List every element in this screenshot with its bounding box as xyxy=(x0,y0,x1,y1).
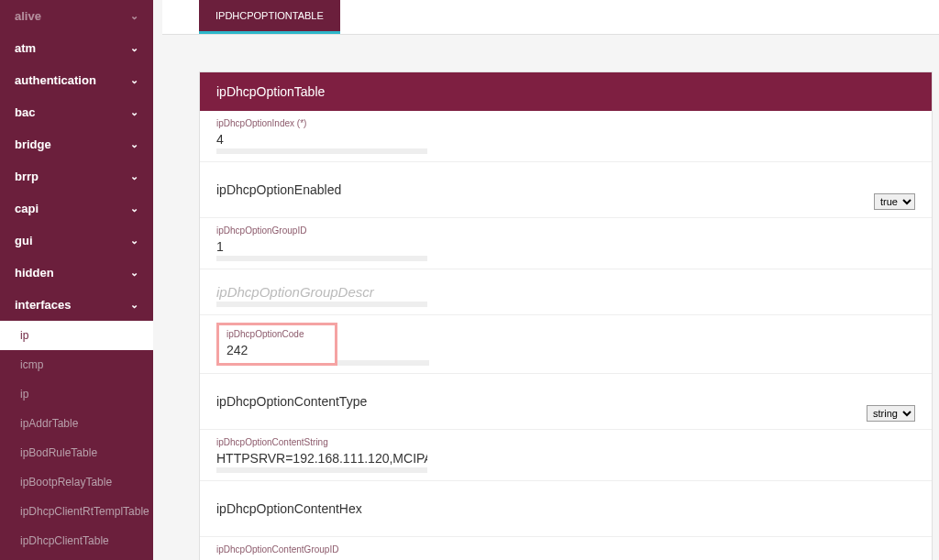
sidebar-subitem-ipdhcpclienttable[interactable]: ipDhcpClientTable xyxy=(0,526,153,555)
field-label: ipDhcpOptionGroupID xyxy=(216,225,427,236)
sidebar-item-gui[interactable]: gui ⌄ xyxy=(0,225,153,257)
row-optioncontentstring: ipDhcpOptionContentString xyxy=(200,430,932,481)
field-label: ipDhcpOptionContentGroupID xyxy=(216,544,427,555)
field-label: ipDhcpOptionEnabled xyxy=(216,170,341,210)
sidebar-item-label: hidden xyxy=(15,266,54,280)
field-label: ipDhcpOptionIndex (*) xyxy=(216,118,427,128)
sidebar-item-hidden[interactable]: hidden ⌄ xyxy=(0,257,153,289)
main-area: IPDHCPOPTIONTABLE ipDhcpOptionTable ipDh… xyxy=(153,0,939,560)
chevron-down-icon: ⌄ xyxy=(130,203,138,214)
row-optionenabled: ipDhcpOptionEnabled true xyxy=(200,162,932,218)
sidebar-item-label: atm xyxy=(15,41,36,55)
optioncontentgroupid-input[interactable] xyxy=(216,556,427,560)
sidebar-item-brrp[interactable]: brrp ⌄ xyxy=(0,160,153,192)
row-optiongroupid: ipDhcpOptionGroupID xyxy=(200,218,932,269)
row-optioncontenthex: ipDhcpOptionContentHex xyxy=(200,481,932,537)
sidebar-subitem-ipaddrtable[interactable]: ipAddrTable xyxy=(0,409,153,438)
sidebar-subitem-ipbodruletable[interactable]: ipBodRuleTable xyxy=(0,438,153,467)
sidebar-item-bac[interactable]: bac ⌄ xyxy=(0,96,153,128)
chevron-down-icon: ⌄ xyxy=(130,267,138,279)
chevron-down-icon: ⌄ xyxy=(130,74,138,86)
chevron-down-icon: ⌄ xyxy=(130,299,138,311)
sidebar-item-alive[interactable]: alive ⌄ xyxy=(0,0,153,32)
sidebar-item-interfaces[interactable]: interfaces ⌄ xyxy=(0,289,153,321)
chevron-down-icon: ⌄ xyxy=(130,170,138,182)
optioncontenttype-select[interactable]: string xyxy=(867,405,915,422)
optionenabled-select[interactable]: true xyxy=(874,193,915,210)
sidebar-item-bridge[interactable]: bridge ⌄ xyxy=(0,128,153,160)
panel-title: ipDhcpOptionTable xyxy=(200,72,932,111)
tab-bar: IPDHCPOPTIONTABLE xyxy=(162,0,939,35)
sidebar-subitem-ipbootprelaytable[interactable]: ipBootpRelayTable xyxy=(0,467,153,497)
sidebar-subitem-ip[interactable]: ip xyxy=(0,321,153,350)
row-optionindex: ipDhcpOptionIndex (*) xyxy=(200,111,932,162)
sidebar-item-label: brrp xyxy=(15,170,39,183)
chevron-down-icon: ⌄ xyxy=(130,10,138,22)
sidebar-item-label: authentication xyxy=(15,73,96,87)
field-label: ipDhcpOptionContentType xyxy=(216,381,367,422)
optiongroupid-input[interactable] xyxy=(216,237,427,257)
sidebar-item-authentication[interactable]: authentication ⌄ xyxy=(0,64,153,96)
chevron-down-icon: ⌄ xyxy=(130,138,138,150)
chevron-down-icon: ⌄ xyxy=(130,235,138,247)
row-optioncontenttype: ipDhcpOptionContentType string xyxy=(200,374,932,430)
sidebar-subitem-icmp[interactable]: icmp xyxy=(0,350,153,379)
field-label: ipDhcpOptionCode xyxy=(226,329,327,339)
highlighted-field: ipDhcpOptionCode xyxy=(216,323,337,366)
row-optioncode: ipDhcpOptionCode xyxy=(200,315,932,374)
field-label: ipDhcpOptionContentHex xyxy=(216,489,362,529)
optiongroupdescr-input[interactable] xyxy=(216,282,427,302)
optioncode-input[interactable] xyxy=(226,341,327,359)
row-optioncontentgroupid: ipDhcpOptionContentGroupID xyxy=(200,537,932,560)
sidebar: alive ⌄ atm ⌄ authentication ⌄ bac ⌄ bri… xyxy=(0,0,153,560)
content: ipDhcpOptionTable ipDhcpOptionIndex (*) … xyxy=(162,35,939,560)
sidebar-item-label: gui xyxy=(15,234,33,247)
sidebar-subitem-ip2[interactable]: ip xyxy=(0,379,153,409)
tab-ipdhcpoptiontable[interactable]: IPDHCPOPTIONTABLE xyxy=(199,0,340,34)
panel: ipDhcpOptionTable ipDhcpOptionIndex (*) … xyxy=(199,71,933,560)
sidebar-item-label: bac xyxy=(15,105,35,119)
row-optiongroupdescr xyxy=(200,269,932,315)
optionindex-input[interactable] xyxy=(216,130,427,149)
chevron-down-icon: ⌄ xyxy=(130,42,138,54)
sidebar-item-label: interfaces xyxy=(15,298,71,312)
sidebar-item-atm[interactable]: atm ⌄ xyxy=(0,32,153,64)
sidebar-item-label: capi xyxy=(15,202,39,215)
sidebar-item-label: alive xyxy=(15,9,41,23)
optioncontentstring-input[interactable] xyxy=(216,449,427,468)
sidebar-item-label: bridge xyxy=(15,137,51,151)
chevron-down-icon: ⌄ xyxy=(130,106,138,118)
sidebar-item-capi[interactable]: capi ⌄ xyxy=(0,192,153,225)
sidebar-subitem-ipdhcpclientrttempltable[interactable]: ipDhcpClientRtTemplTable xyxy=(0,497,153,526)
field-label: ipDhcpOptionContentString xyxy=(216,437,427,447)
